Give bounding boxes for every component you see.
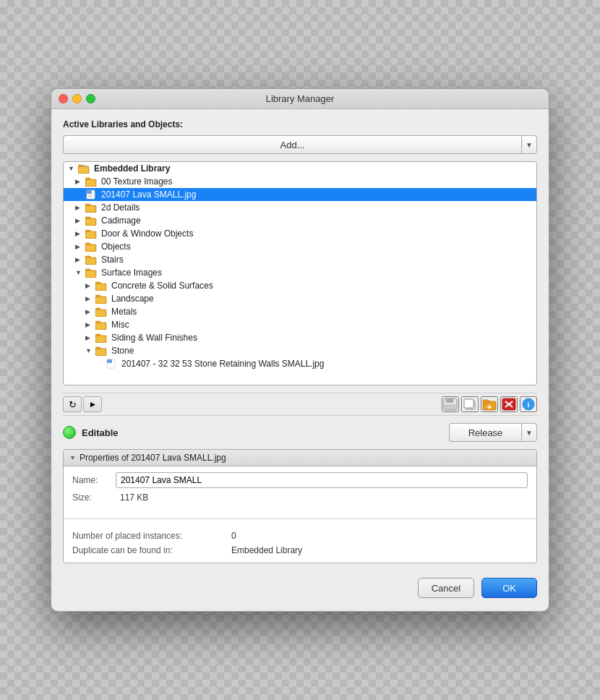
- info-icon: i: [521, 398, 536, 411]
- save-icon: [443, 398, 458, 411]
- folder-icon: [95, 346, 108, 356]
- svg-rect-12: [85, 204, 90, 206]
- expand-arrow: ▶: [85, 308, 94, 315]
- name-row: Name:: [72, 472, 528, 488]
- divider: [64, 518, 536, 519]
- svg-rect-40: [96, 323, 106, 329]
- name-label: Name:: [72, 475, 116, 485]
- release-button[interactable]: Release: [449, 423, 521, 442]
- svg-rect-37: [96, 310, 106, 316]
- library-tree[interactable]: ▼ Embedded Library ▶: [63, 161, 537, 385]
- tree-item-siding[interactable]: ▶ Siding & Wall Finishes: [64, 331, 536, 344]
- chevron-down-icon: ▼: [526, 141, 533, 149]
- svg-rect-16: [86, 219, 95, 225]
- tree-item-door-window[interactable]: ▶ Door & Window Objects: [64, 227, 536, 240]
- tree-item-label: Metals: [111, 307, 137, 317]
- minimize-button[interactable]: [72, 94, 82, 103]
- expand-arrow: ▶: [75, 230, 84, 237]
- add-button-row: Add... ▼: [63, 135, 537, 154]
- add-button[interactable]: Add...: [63, 135, 521, 154]
- tree-item-2d-details[interactable]: ▶ 2d Details: [64, 201, 536, 214]
- svg-text:i: i: [528, 401, 530, 409]
- tree-item-label: Embedded Library: [94, 163, 170, 174]
- svg-rect-36: [95, 308, 100, 310]
- svg-rect-3: [80, 165, 87, 167]
- expand-arrow: ▶: [75, 243, 84, 250]
- tree-item-label: Concrete & Solid Surfaces: [111, 281, 213, 291]
- tree-item-stairs[interactable]: ▶ Stairs: [64, 253, 536, 266]
- action-buttons: Cancel OK: [63, 572, 537, 601]
- collapse-arrow-icon[interactable]: ▼: [69, 454, 76, 461]
- file-icon: [106, 359, 119, 369]
- tree-item-lava-file[interactable]: ▶ 201407 Lava SMALL.jpg: [64, 188, 536, 201]
- svg-rect-19: [86, 232, 95, 238]
- tree-item-label: 00 Texture Images: [101, 176, 173, 187]
- release-dropdown-arrow[interactable]: ▼: [521, 423, 537, 442]
- copy-button[interactable]: [461, 396, 479, 412]
- save-button[interactable]: [442, 396, 459, 412]
- refresh-button[interactable]: ↻: [63, 396, 82, 412]
- expand-arrow: ▼: [68, 165, 77, 172]
- add-dropdown-button[interactable]: ▼: [521, 135, 537, 154]
- tree-item-misc[interactable]: ▶ Misc: [64, 318, 536, 331]
- svg-rect-34: [96, 297, 106, 303]
- name-input[interactable]: [116, 472, 528, 488]
- tree-item-label: Door & Window Objects: [101, 229, 193, 239]
- tree-item-stone[interactable]: ▼ Stone: [64, 344, 536, 357]
- size-row: Size: 117 KB: [72, 492, 528, 503]
- delete-button[interactable]: [500, 396, 518, 412]
- svg-rect-46: [96, 349, 106, 355]
- expand-arrow: ▶: [85, 295, 94, 302]
- editable-left: Editable: [63, 426, 119, 439]
- library-manager-dialog: Library Manager Active Libraries and Obj…: [51, 88, 549, 612]
- size-label: Size:: [72, 492, 116, 503]
- ok-button[interactable]: OK: [481, 578, 537, 598]
- expand-arrow: ▶: [75, 256, 84, 263]
- svg-rect-22: [86, 245, 95, 251]
- close-button[interactable]: [59, 94, 68, 103]
- active-libraries-label: Active Libraries and Objects:: [63, 119, 537, 129]
- svg-rect-5: [85, 178, 90, 180]
- svg-rect-33: [95, 295, 100, 297]
- folder-icon: [85, 229, 98, 239]
- folder-icon: [95, 307, 108, 317]
- svg-rect-53: [464, 399, 473, 408]
- tree-item-label: Misc: [111, 320, 129, 330]
- duplicate-row: Duplicate can be found in: Embedded Libr…: [72, 545, 528, 555]
- svg-rect-25: [86, 258, 95, 264]
- stats-section: Number of placed instances: 0 Duplicate …: [64, 525, 536, 563]
- expand-arrow: ▶: [85, 282, 94, 289]
- folder-icon: [95, 294, 108, 304]
- dialog-content: Active Libraries and Objects: Add... ▼ ▼: [51, 109, 549, 611]
- editable-row: Editable Release ▼: [63, 423, 537, 442]
- svg-rect-2: [79, 167, 88, 173]
- tree-item-landscape[interactable]: ▶ Landscape: [64, 292, 536, 305]
- folder-icon: [85, 268, 98, 278]
- new-folder-icon: [482, 398, 497, 411]
- refresh-icon: ↻: [69, 399, 77, 410]
- tree-item-surface-images[interactable]: ▼ Surface Images: [64, 266, 536, 279]
- tree-item-texture-images[interactable]: ▶ 00 Texture Images: [64, 175, 536, 188]
- folder-icon: [85, 242, 98, 252]
- tree-item-stone-file[interactable]: ▶ 201407 - 32 32 53 Stone Retaining Wall…: [64, 357, 536, 370]
- tree-item-concrete[interactable]: ▶ Concrete & Solid Surfaces: [64, 279, 536, 292]
- maximize-button[interactable]: [86, 94, 95, 103]
- svg-rect-30: [95, 282, 100, 284]
- expand-button[interactable]: ▶: [83, 396, 102, 412]
- svg-rect-48: [107, 359, 112, 363]
- new-folder-button[interactable]: [481, 396, 498, 412]
- instances-label: Number of placed instances:: [72, 531, 231, 541]
- tree-item-metals[interactable]: ▶ Metals: [64, 305, 536, 318]
- file-icon: [85, 189, 98, 200]
- instances-row: Number of placed instances: 0: [72, 531, 528, 541]
- tree-item-cadimage[interactable]: ▶ Cadimage: [64, 214, 536, 227]
- folder-icon: [85, 215, 98, 226]
- folder-icon: [85, 176, 98, 187]
- tree-item-embedded-library[interactable]: ▼ Embedded Library: [64, 162, 536, 175]
- cancel-button[interactable]: Cancel: [418, 578, 474, 598]
- info-button[interactable]: i: [520, 396, 537, 412]
- tree-item-objects[interactable]: ▶ Objects: [64, 240, 536, 253]
- duplicate-label: Duplicate can be found in:: [72, 545, 231, 555]
- svg-rect-43: [96, 336, 106, 342]
- dialog-title: Library Manager: [266, 93, 335, 104]
